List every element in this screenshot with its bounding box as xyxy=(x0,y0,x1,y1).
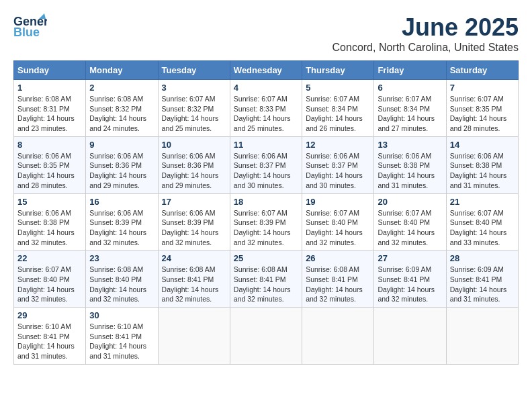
calendar-day-14: 14Sunrise: 6:06 AMSunset: 8:38 PMDayligh… xyxy=(446,136,518,193)
day-info: Sunrise: 6:06 AMSunset: 8:39 PMDaylight:… xyxy=(89,208,154,248)
day-info: Sunrise: 6:06 AMSunset: 8:37 PMDaylight:… xyxy=(306,151,370,191)
day-info: Sunrise: 6:07 AMSunset: 8:35 PMDaylight:… xyxy=(450,94,515,134)
weekday-tuesday: Tuesday xyxy=(158,61,230,80)
day-number: 17 xyxy=(162,197,226,207)
calendar-day-20: 20Sunrise: 6:07 AMSunset: 8:40 PMDayligh… xyxy=(374,193,446,250)
day-info: Sunrise: 6:06 AMSunset: 8:37 PMDaylight:… xyxy=(234,151,298,191)
day-number: 12 xyxy=(306,140,370,150)
calendar-day-2: 2Sunrise: 6:08 AMSunset: 8:32 PMDaylight… xyxy=(86,80,158,137)
day-info: Sunrise: 6:06 AMSunset: 8:39 PMDaylight:… xyxy=(162,208,226,248)
day-number: 18 xyxy=(234,197,298,207)
empty-cell xyxy=(302,308,374,365)
calendar-day-26: 26Sunrise: 6:08 AMSunset: 8:41 PMDayligh… xyxy=(302,250,374,308)
weekday-friday: Friday xyxy=(374,61,446,80)
day-number: 4 xyxy=(234,83,298,93)
day-number: 2 xyxy=(89,83,154,93)
month-title: June 2025 xyxy=(332,13,519,42)
day-number: 8 xyxy=(17,140,82,150)
day-number: 7 xyxy=(450,83,515,93)
calendar-day-12: 12Sunrise: 6:06 AMSunset: 8:37 PMDayligh… xyxy=(302,136,374,193)
calendar-day-9: 9Sunrise: 6:06 AMSunset: 8:36 PMDaylight… xyxy=(86,136,158,193)
svg-text:Blue: Blue xyxy=(13,26,40,39)
day-info: Sunrise: 6:06 AMSunset: 8:38 PMDaylight:… xyxy=(17,208,82,248)
day-number: 22 xyxy=(17,253,82,263)
location: Concord, North Carolina, United States xyxy=(332,42,519,54)
weekday-thursday: Thursday xyxy=(302,61,374,80)
day-number: 5 xyxy=(306,83,370,93)
calendar-day-4: 4Sunrise: 6:07 AMSunset: 8:33 PMDaylight… xyxy=(230,80,302,137)
calendar-day-5: 5Sunrise: 6:07 AMSunset: 8:34 PMDaylight… xyxy=(302,80,374,137)
day-info: Sunrise: 6:07 AMSunset: 8:40 PMDaylight:… xyxy=(17,265,82,304)
day-number: 3 xyxy=(162,83,226,93)
calendar-day-6: 6Sunrise: 6:07 AMSunset: 8:34 PMDaylight… xyxy=(374,80,446,137)
day-info: Sunrise: 6:06 AMSunset: 8:36 PMDaylight:… xyxy=(162,151,226,191)
calendar-day-21: 21Sunrise: 6:07 AMSunset: 8:40 PMDayligh… xyxy=(446,193,518,250)
calendar-day-7: 7Sunrise: 6:07 AMSunset: 8:35 PMDaylight… xyxy=(446,80,518,137)
empty-cell xyxy=(374,308,446,365)
calendar-day-24: 24Sunrise: 6:08 AMSunset: 8:41 PMDayligh… xyxy=(158,250,230,308)
calendar-day-8: 8Sunrise: 6:06 AMSunset: 8:35 PMDaylight… xyxy=(14,136,86,193)
calendar-week-2: 8Sunrise: 6:06 AMSunset: 8:35 PMDaylight… xyxy=(14,136,519,193)
logo: General Blue xyxy=(13,13,47,44)
title-area: June 2025 Concord, North Carolina, Unite… xyxy=(332,13,519,54)
day-info: Sunrise: 6:07 AMSunset: 8:39 PMDaylight:… xyxy=(234,208,298,248)
calendar-day-3: 3Sunrise: 6:07 AMSunset: 8:32 PMDaylight… xyxy=(158,80,230,137)
header: General Blue June 2025 Concord, North Ca… xyxy=(13,13,519,54)
calendar-day-25: 25Sunrise: 6:08 AMSunset: 8:41 PMDayligh… xyxy=(230,250,302,308)
day-number: 23 xyxy=(89,253,154,263)
calendar-day-22: 22Sunrise: 6:07 AMSunset: 8:40 PMDayligh… xyxy=(14,250,86,308)
day-number: 1 xyxy=(17,83,82,93)
calendar-day-11: 11Sunrise: 6:06 AMSunset: 8:37 PMDayligh… xyxy=(230,136,302,193)
calendar-header: SundayMondayTuesdayWednesdayThursdayFrid… xyxy=(14,61,519,80)
calendar-week-3: 15Sunrise: 6:06 AMSunset: 8:38 PMDayligh… xyxy=(14,193,519,250)
day-number: 16 xyxy=(89,197,154,207)
calendar-day-28: 28Sunrise: 6:09 AMSunset: 8:41 PMDayligh… xyxy=(446,250,518,308)
day-info: Sunrise: 6:08 AMSunset: 8:40 PMDaylight:… xyxy=(89,265,154,304)
day-info: Sunrise: 6:07 AMSunset: 8:40 PMDaylight:… xyxy=(306,208,370,248)
day-info: Sunrise: 6:09 AMSunset: 8:41 PMDaylight:… xyxy=(450,265,515,304)
calendar-day-19: 19Sunrise: 6:07 AMSunset: 8:40 PMDayligh… xyxy=(302,193,374,250)
day-number: 11 xyxy=(234,140,298,150)
calendar-day-29: 29Sunrise: 6:10 AMSunset: 8:41 PMDayligh… xyxy=(14,308,86,365)
calendar-table: SundayMondayTuesdayWednesdayThursdayFrid… xyxy=(13,60,519,365)
day-info: Sunrise: 6:07 AMSunset: 8:40 PMDaylight:… xyxy=(450,208,515,248)
day-info: Sunrise: 6:07 AMSunset: 8:40 PMDaylight:… xyxy=(378,208,442,248)
calendar-day-15: 15Sunrise: 6:06 AMSunset: 8:38 PMDayligh… xyxy=(14,193,86,250)
day-info: Sunrise: 6:08 AMSunset: 8:41 PMDaylight:… xyxy=(162,265,226,304)
weekday-wednesday: Wednesday xyxy=(230,61,302,80)
day-info: Sunrise: 6:08 AMSunset: 8:32 PMDaylight:… xyxy=(89,94,154,134)
day-info: Sunrise: 6:07 AMSunset: 8:32 PMDaylight:… xyxy=(162,94,226,134)
calendar-day-10: 10Sunrise: 6:06 AMSunset: 8:36 PMDayligh… xyxy=(158,136,230,193)
day-info: Sunrise: 6:09 AMSunset: 8:41 PMDaylight:… xyxy=(378,265,442,304)
weekday-monday: Monday xyxy=(86,61,158,80)
day-number: 26 xyxy=(306,253,370,263)
day-number: 19 xyxy=(306,197,370,207)
calendar-day-27: 27Sunrise: 6:09 AMSunset: 8:41 PMDayligh… xyxy=(374,250,446,308)
day-info: Sunrise: 6:08 AMSunset: 8:31 PMDaylight:… xyxy=(17,94,82,134)
calendar-day-13: 13Sunrise: 6:06 AMSunset: 8:38 PMDayligh… xyxy=(374,136,446,193)
day-number: 13 xyxy=(378,140,442,150)
day-info: Sunrise: 6:06 AMSunset: 8:38 PMDaylight:… xyxy=(378,151,442,191)
day-info: Sunrise: 6:08 AMSunset: 8:41 PMDaylight:… xyxy=(306,265,370,304)
calendar-day-30: 30Sunrise: 6:10 AMSunset: 8:41 PMDayligh… xyxy=(86,308,158,365)
calendar-day-23: 23Sunrise: 6:08 AMSunset: 8:40 PMDayligh… xyxy=(86,250,158,308)
day-number: 30 xyxy=(89,310,154,320)
weekday-saturday: Saturday xyxy=(446,61,518,80)
calendar-day-1: 1Sunrise: 6:08 AMSunset: 8:31 PMDaylight… xyxy=(14,80,86,137)
day-info: Sunrise: 6:10 AMSunset: 8:41 PMDaylight:… xyxy=(89,322,154,361)
day-info: Sunrise: 6:06 AMSunset: 8:35 PMDaylight:… xyxy=(17,151,82,191)
day-number: 29 xyxy=(17,310,82,320)
day-number: 20 xyxy=(378,197,442,207)
day-number: 10 xyxy=(162,140,226,150)
logo-icon: General Blue xyxy=(13,13,47,44)
day-number: 21 xyxy=(450,197,515,207)
day-info: Sunrise: 6:07 AMSunset: 8:34 PMDaylight:… xyxy=(378,94,442,134)
day-info: Sunrise: 6:07 AMSunset: 8:34 PMDaylight:… xyxy=(306,94,370,134)
calendar-day-16: 16Sunrise: 6:06 AMSunset: 8:39 PMDayligh… xyxy=(86,193,158,250)
day-number: 14 xyxy=(450,140,515,150)
empty-cell xyxy=(446,308,518,365)
day-info: Sunrise: 6:10 AMSunset: 8:41 PMDaylight:… xyxy=(17,322,82,361)
day-number: 28 xyxy=(450,253,515,263)
day-info: Sunrise: 6:06 AMSunset: 8:36 PMDaylight:… xyxy=(89,151,154,191)
day-number: 9 xyxy=(89,140,154,150)
